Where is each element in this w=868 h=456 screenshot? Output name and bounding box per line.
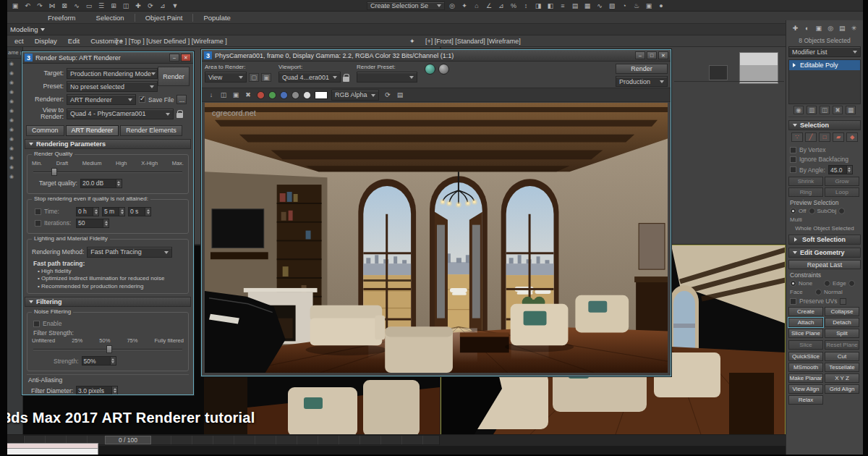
- target-quality-spinner[interactable]: 20.0 dB: [80, 179, 122, 188]
- viewport-top-label[interactable]: [ + ] [Top ] [User Defined ] [Wireframe …: [116, 38, 227, 45]
- render-button[interactable]: Render: [158, 67, 190, 86]
- pin-stack-icon[interactable]: ◉: [793, 106, 804, 114]
- remove-modifier-icon[interactable]: ✖: [833, 106, 843, 114]
- rollout-filtering[interactable]: Filtering: [25, 297, 191, 307]
- expand-arrow-icon[interactable]: [793, 63, 798, 67]
- render-mode-combo[interactable]: Production: [616, 76, 668, 87]
- viewport-combo[interactable]: Quad 4...era001: [278, 72, 341, 83]
- modifier-stack[interactable]: Editable Poly: [788, 59, 861, 104]
- scene-object-row[interactable]: ◉: [7, 59, 22, 68]
- modifier-list-combo[interactable]: Modifier List: [788, 46, 861, 57]
- preserve-uvs-checkbox[interactable]: [790, 298, 796, 305]
- edit-geometry-button[interactable]: Reset Plane: [825, 340, 859, 350]
- renderer-combo[interactable]: ART Renderer: [67, 94, 136, 105]
- channel-display-icon[interactable]: ⟳: [383, 91, 393, 98]
- background-color-swatch[interactable]: [315, 91, 328, 99]
- by-vertex-checkbox[interactable]: [790, 147, 796, 153]
- spinner-arrows-icon[interactable]: [103, 219, 109, 227]
- scene-object-row[interactable]: ◉: [7, 106, 22, 115]
- alpha-channel-icon[interactable]: [303, 91, 311, 99]
- mini-listener-macro-row[interactable]: [0, 443, 98, 449]
- filter-strength-slider[interactable]: [33, 345, 182, 354]
- render-production-icon[interactable]: ●: [656, 2, 666, 9]
- spinner-arrows-icon[interactable]: [110, 357, 116, 365]
- slider-handle[interactable]: [51, 168, 57, 176]
- display-tab-icon[interactable]: ▤: [837, 23, 848, 33]
- rendering-method-combo[interactable]: Fast Path Tracing: [87, 247, 172, 258]
- time-hours-spinner[interactable]: 0 h: [76, 207, 99, 216]
- preview-multi-radio[interactable]: [838, 208, 845, 214]
- edge-subobject-icon[interactable]: ╱: [805, 132, 817, 142]
- edit-geometry-button[interactable]: Cut: [825, 352, 859, 361]
- edit-geometry-button[interactable]: Grid Align: [825, 384, 859, 394]
- scene-object-row[interactable]: ◉: [7, 96, 22, 106]
- edit-geometry-button[interactable]: Collapse: [825, 307, 859, 316]
- front-view-object-small[interactable]: [709, 65, 728, 80]
- edit-geometry-button[interactable]: Split: [825, 329, 859, 338]
- ribbon-toggle-icon[interactable]: ▦: [582, 2, 592, 9]
- auto-region-icon[interactable]: ▣: [261, 73, 271, 82]
- select-and-manipulate-icon[interactable]: ✦: [459, 2, 469, 9]
- redo-icon[interactable]: ↷: [35, 2, 45, 9]
- clone-rendered-frame-icon[interactable]: ▣: [231, 91, 241, 98]
- edit-geometry-button[interactable]: Create: [788, 307, 823, 316]
- element-subobject-icon[interactable]: ◆: [846, 132, 858, 142]
- selection-button[interactable]: Grow: [825, 177, 859, 186]
- preset-combo[interactable]: No preset selected: [67, 81, 158, 92]
- constraint-none-radio[interactable]: [790, 280, 796, 287]
- edit-region-icon[interactable]: ▢: [249, 73, 259, 82]
- selection-button[interactable]: Shrink: [788, 177, 823, 186]
- scene-object-row[interactable]: ◉: [7, 115, 22, 124]
- preview-off-radio[interactable]: [790, 208, 796, 214]
- 3dsmax-logo-icon[interactable]: ▣: [10, 2, 20, 9]
- tab-art-renderer[interactable]: ART Renderer: [66, 125, 119, 136]
- by-angle-spinner[interactable]: 45.0: [828, 165, 853, 174]
- curve-editor-icon[interactable]: ∿: [595, 2, 605, 9]
- iterations-spinner[interactable]: 50: [76, 219, 109, 228]
- named-selection-sets-icon[interactable]: ◨: [533, 2, 543, 9]
- front-view-object-box[interactable]: [739, 52, 778, 84]
- minimize-button[interactable]: –: [635, 51, 645, 59]
- bind-to-space-warp-icon[interactable]: ∿: [72, 2, 82, 9]
- save-image-icon[interactable]: ↓: [206, 91, 216, 98]
- stack-item-editable-poly[interactable]: Editable Poly: [789, 60, 860, 70]
- scene-object-row[interactable]: ◉: [7, 124, 22, 134]
- make-unique-icon[interactable]: ◫: [820, 106, 830, 114]
- lock-view-icon[interactable]: [176, 113, 183, 118]
- preserve-uvs-settings-icon[interactable]: [840, 298, 846, 305]
- view-to-render-combo[interactable]: Quad 4 - PhysCamera001: [67, 109, 174, 119]
- scene-object-row[interactable]: ◉: [7, 77, 22, 87]
- scene-explorer-column-header[interactable]: ame (Sort: [7, 47, 22, 59]
- window-crossing-icon[interactable]: ◫: [121, 2, 131, 9]
- tab-render-elements[interactable]: Render Elements: [120, 125, 182, 136]
- hierarchy-tab-icon[interactable]: ▣: [813, 23, 824, 33]
- spinner-arrows-icon[interactable]: [846, 166, 852, 174]
- render-setup-icon[interactable]: ♨: [631, 2, 642, 9]
- ignore-backfacing-checkbox[interactable]: [790, 156, 796, 163]
- time-seconds-spinner[interactable]: 0 s: [128, 207, 151, 216]
- constraint-edge-radio[interactable]: [824, 280, 830, 287]
- select-object-icon[interactable]: ▭: [84, 2, 94, 9]
- edit-geometry-button[interactable]: Tessellate: [825, 363, 859, 372]
- by-angle-checkbox[interactable]: [790, 166, 796, 173]
- vertex-subobject-icon[interactable]: ∵: [791, 132, 803, 142]
- spinner-arrows-icon[interactable]: [119, 208, 124, 216]
- tab-modeling[interactable]: Modeling: [10, 25, 38, 33]
- clear-image-icon[interactable]: ✖: [243, 91, 253, 98]
- selection-button[interactable]: Loop: [825, 187, 859, 197]
- menu-edit[interactable]: Edit: [68, 37, 80, 45]
- time-minutes-spinner[interactable]: 5 m: [102, 207, 125, 216]
- edit-geometry-button[interactable]: Slice Plane: [788, 329, 823, 338]
- environment-lighting-icon[interactable]: [425, 64, 435, 75]
- keyboard-override-icon[interactable]: ⌂: [472, 2, 482, 9]
- render-button[interactable]: Render: [616, 64, 668, 74]
- reference-coordinate-icon[interactable]: ▼: [170, 2, 180, 9]
- edit-geometry-button[interactable]: Make Planar: [788, 373, 823, 383]
- edit-geometry-button[interactable]: View Align: [788, 384, 823, 394]
- copy-image-icon[interactable]: ◫: [218, 91, 229, 98]
- named-selection-set-combo[interactable]: Create Selection Se: [367, 1, 445, 10]
- edit-geometry-button[interactable]: X Y Z: [825, 373, 859, 383]
- maximize-button[interactable]: □: [647, 51, 657, 59]
- schematic-view-icon[interactable]: ▧: [607, 2, 617, 9]
- enable-noise-filtering-checkbox[interactable]: [33, 321, 40, 327]
